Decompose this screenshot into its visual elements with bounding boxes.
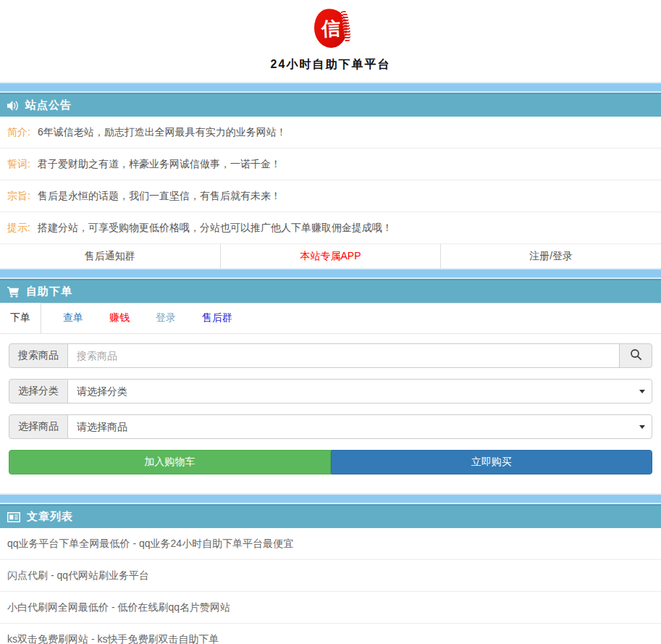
search-group: 搜索商品	[9, 343, 652, 368]
red-seal-logo-icon: 信	[311, 7, 350, 50]
speaker-icon	[7, 101, 19, 111]
site-logo: 信	[311, 9, 350, 51]
article-list-item[interactable]: 小白代刷网全网最低价 - 低价在线刷qq名片赞网站	[0, 592, 661, 624]
order-header: 自助下单	[0, 279, 661, 303]
order-form: 搜索商品 选择分类 请选择分类 选择商品	[0, 334, 661, 493]
category-select[interactable]: 请选择分类	[67, 379, 652, 403]
add-to-cart-button[interactable]: 加入购物车	[9, 450, 331, 474]
articles-panel: 文章列表 qq业务平台下单全网最低价 - qq业务24小时自助下单平台最便宜 闪…	[0, 504, 661, 644]
announcement-row: 提示: 搭建分站，可享受购物更低价格哦，分站也可以推广他人下单赚取佣金提成哦！	[0, 212, 661, 244]
announcement-label: 宗旨:	[7, 189, 30, 203]
order-actions: 加入购物车 立即购买	[9, 450, 652, 474]
category-addon-label: 选择分类	[9, 379, 68, 403]
announcement-panel: 站点公告 简介: 6年诚信老站，励志打造出全网最具有实力的业务网站！ 誓词: 君…	[0, 93, 661, 268]
tab-check-order[interactable]: 查单	[59, 303, 88, 333]
buy-now-button[interactable]: 立即购买	[331, 450, 653, 474]
tab-earn-money[interactable]: 赚钱	[105, 303, 134, 333]
page: 信 24小时自助下单平台 站点公告 简介: 6年诚信老站，励志打造出全网最具有实…	[0, 0, 661, 644]
quick-links-row: 售后通知群 本站专属APP 注册/登录	[0, 244, 661, 268]
section-divider	[0, 82, 661, 93]
announcement-label: 誓词:	[7, 157, 30, 171]
tab-login[interactable]: 登录	[151, 303, 180, 333]
announcement-text: 售后是永恒的话题，我们一直坚信，有售后就有未来！	[38, 189, 281, 203]
announcement-title: 站点公告	[25, 99, 72, 112]
announcement-text: 6年诚信老站，励志打造出全网最具有实力的业务网站！	[38, 125, 287, 139]
search-icon	[630, 348, 642, 363]
site-header: 信 24小时自助下单平台	[0, 0, 661, 82]
announcement-label: 提示:	[7, 221, 30, 235]
article-list-item[interactable]: qq业务平台下单全网最低价 - qq业务24小时自助下单平台最便宜	[0, 528, 661, 560]
category-group: 选择分类 请选择分类	[9, 379, 652, 403]
announcement-row: 宗旨: 售后是永恒的话题，我们一直坚信，有售后就有未来！	[0, 180, 661, 212]
announcement-row: 誓词: 君子爱财助之有道，梓豪业务网诚信做事，一诺千金！	[0, 149, 661, 180]
section-divider	[0, 493, 661, 504]
announcement-text: 搭建分站，可享受购物更低价格哦，分站也可以推广他人下单赚取佣金提成哦！	[38, 221, 392, 235]
search-button[interactable]	[619, 343, 652, 368]
product-addon-label: 选择商品	[9, 414, 68, 439]
announcement-label: 简介:	[7, 125, 30, 139]
after-sale-group-link[interactable]: 售后通知群	[0, 244, 220, 268]
announcement-header: 站点公告	[0, 93, 661, 117]
site-app-link[interactable]: 本站专属APP	[220, 244, 441, 268]
order-tabs: 下单 查单 赚钱 登录 售后群	[0, 303, 661, 334]
articles-title: 文章列表	[27, 510, 73, 524]
logo-character: 信	[321, 15, 341, 41]
articles-header: 文章列表	[0, 504, 661, 528]
newspaper-icon	[7, 512, 20, 522]
tab-place-order[interactable]: 下单	[0, 303, 41, 333]
search-addon-label: 搜索商品	[9, 343, 68, 368]
site-title: 24小时自助下单平台	[0, 57, 661, 72]
product-group: 选择商品 请选择商品	[9, 414, 652, 439]
product-select[interactable]: 请选择商品	[67, 414, 652, 439]
announcement-row: 简介: 6年诚信老站，励志打造出全网最具有实力的业务网站！	[0, 117, 661, 149]
register-login-link[interactable]: 注册/登录	[440, 244, 661, 268]
order-panel: 自助下单 下单 查单 赚钱 登录 售后群 搜索商品 选择分类	[0, 279, 661, 493]
announcement-text: 君子爱财助之有道，梓豪业务网诚信做事，一诺千金！	[38, 157, 281, 171]
tab-after-sale-group[interactable]: 售后群	[198, 303, 237, 333]
search-input[interactable]	[67, 343, 620, 368]
article-list-item[interactable]: 闪点代刷 - qq代网站刷业务平台	[0, 560, 661, 592]
order-title: 自助下单	[26, 285, 72, 298]
article-list-item[interactable]: ks双击免费刷网站 - ks快手免费刷双击自助下单	[0, 624, 661, 644]
cart-icon	[7, 286, 20, 298]
section-divider	[0, 268, 661, 279]
